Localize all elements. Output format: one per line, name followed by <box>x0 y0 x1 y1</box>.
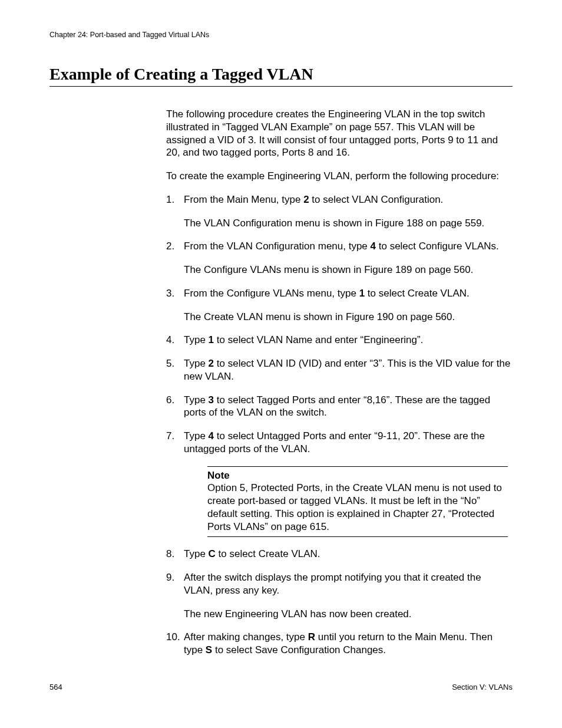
step-text: From the Main Menu, type <box>184 194 303 205</box>
step-key: R <box>308 631 315 643</box>
step-1: From the Main Menu, type 2 to select VLA… <box>166 193 513 230</box>
step-subtext: The VLAN Configuration menu is shown in … <box>184 217 513 230</box>
page-footer: 564 Section V: VLANs <box>49 683 513 691</box>
step-subtext: The Configure VLANs menu is shown in Fig… <box>184 263 513 276</box>
intro-paragraph-1: The following procedure creates the Engi… <box>166 108 513 159</box>
step-text: From the VLAN Configuration menu, type <box>184 241 371 252</box>
step-text: to select Tagged Ports and enter “8,16”.… <box>184 394 490 419</box>
intro-paragraph-2: To create the example Engineering VLAN, … <box>166 170 513 183</box>
step-text: From the Configure VLANs menu, type <box>184 288 359 299</box>
procedure-list: From the Main Menu, type 2 to select VLA… <box>166 193 513 657</box>
step-key: 2 <box>303 194 309 205</box>
step-text: to select Create VLAN. <box>216 548 320 559</box>
step-key: 3 <box>209 394 214 406</box>
step-text: to select Create VLAN. <box>365 288 470 299</box>
page: Chapter 24: Port-based and Tagged Virtua… <box>0 0 562 728</box>
step-5: Type 2 to select VLAN ID (VID) and enter… <box>166 357 513 383</box>
step-8: Type C to select Create VLAN. <box>166 548 513 561</box>
step-key: C <box>209 548 216 559</box>
step-key: 1 <box>359 288 365 299</box>
step-text: to select Save Configuration Changes. <box>212 644 386 655</box>
step-text: to select Configure VLANs. <box>376 241 499 252</box>
step-text: Type <box>184 394 209 406</box>
step-7: Type 4 to select Untagged Ports and ente… <box>166 430 513 537</box>
step-3: From the Configure VLANs menu, type 1 to… <box>166 287 513 324</box>
step-subtext: The new Engineering VLAN has now been cr… <box>184 608 513 621</box>
page-number: 564 <box>49 683 62 691</box>
step-4: Type 1 to select VLAN Name and enter “En… <box>166 334 513 347</box>
step-key: 2 <box>209 358 214 369</box>
note-box: Note Option 5, Protected Ports, in the C… <box>207 466 508 538</box>
step-text: to select VLAN Name and enter “Engineeri… <box>214 334 423 345</box>
section-label: Section V: VLANs <box>452 683 513 691</box>
step-text: to select VLAN ID (VID) and enter “3”. T… <box>184 358 510 382</box>
step-text: Type <box>184 334 209 345</box>
body-column: The following procedure creates the Engi… <box>166 108 513 657</box>
step-text: After the switch displays the prompt not… <box>184 572 481 596</box>
step-text: After making changes, type <box>184 631 308 643</box>
step-text: Type <box>184 548 209 559</box>
step-text: to select Untagged Ports and enter “9-11… <box>184 430 485 454</box>
step-key: 1 <box>209 334 214 345</box>
step-key: S <box>206 644 212 655</box>
note-body: Option 5, Protected Ports, in the Create… <box>207 482 502 532</box>
step-text: Type <box>184 358 209 369</box>
note-label: Note <box>207 469 508 482</box>
step-9: After the switch displays the prompt not… <box>166 571 513 620</box>
running-header: Chapter 24: Port-based and Tagged Virtua… <box>49 31 513 39</box>
step-2: From the VLAN Configuration menu, type 4… <box>166 240 513 276</box>
page-title: Example of Creating a Tagged VLAN <box>49 65 513 87</box>
step-6: Type 3 to select Tagged Ports and enter … <box>166 394 513 420</box>
step-text: to select VLAN Configuration. <box>309 194 444 205</box>
step-text: Type <box>184 430 209 442</box>
step-key: 4 <box>371 241 376 252</box>
step-key: 4 <box>209 430 214 442</box>
step-10: After making changes, type R until you r… <box>166 631 513 657</box>
step-subtext: The Create VLAN menu is shown in Figure … <box>184 311 513 324</box>
